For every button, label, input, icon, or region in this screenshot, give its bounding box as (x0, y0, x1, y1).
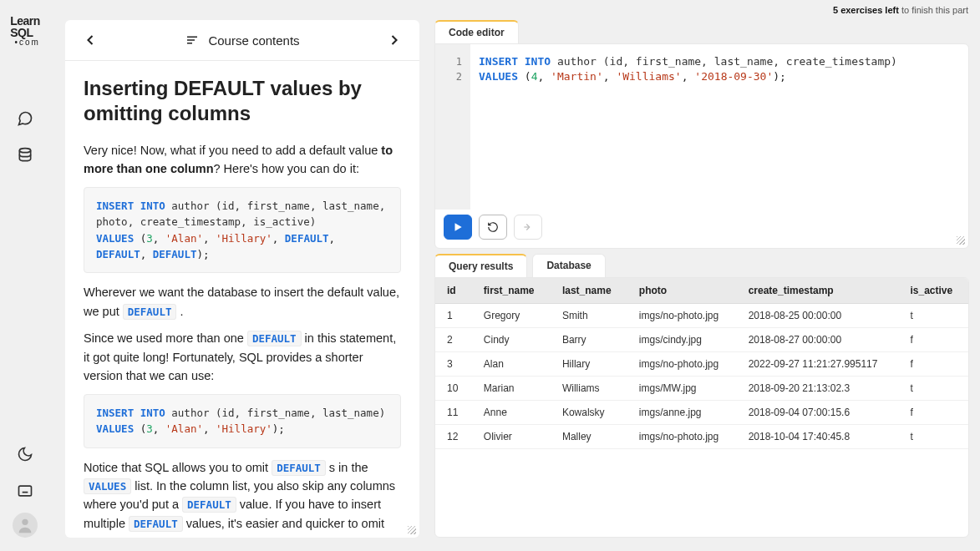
lesson-intro: Very nice! Now, what if you need to add … (84, 141, 401, 179)
editor-resize-handle[interactable] (957, 236, 965, 245)
lesson-p3: Since we used more than one DEFAULT in t… (84, 329, 401, 385)
logo-line1: Learn (10, 15, 40, 27)
table-cell: f (898, 352, 968, 377)
table-cell: Williams (551, 377, 627, 401)
reset-button[interactable] (479, 215, 507, 240)
editor-area[interactable]: 1 2 INSERT INTO author (id, first_name, … (434, 43, 969, 249)
table-cell: 2018-08-27 00:00:00 (737, 328, 899, 352)
table-cell: Kowalsky (551, 401, 627, 425)
table-cell: 2018-09-20 21:13:02.3 (737, 377, 899, 401)
submit-button (514, 215, 542, 240)
table-cell: imgs/anne.jpg (627, 401, 737, 425)
table-row: 12OlivierMalleyimgs/no-photo.jpg2018-10-… (435, 425, 968, 449)
table-cell: imgs/cindy.jpg (627, 328, 737, 352)
table-cell: imgs/no-photo.jpg (627, 425, 737, 449)
next-lesson-icon[interactable] (386, 32, 403, 48)
table-cell: 10 (435, 377, 472, 401)
table-row: 2CindyBarryimgs/cindy.jpg2018-08-27 00:0… (435, 328, 968, 352)
dark-mode-icon[interactable] (10, 439, 40, 469)
results-tabs: Query results Database (434, 254, 969, 277)
editor-code[interactable]: INSERT INTO author (id, first_name, last… (479, 54, 960, 84)
reset-icon (487, 221, 499, 233)
editor-buttons (444, 215, 542, 240)
table-cell: 12 (435, 425, 472, 449)
table-cell: Anne (472, 401, 551, 425)
table-cell: t (898, 425, 968, 449)
editor-panel: Code editor 1 2 INSERT INTO author (id, … (434, 20, 969, 247)
avatar[interactable] (13, 513, 38, 538)
lesson-panel: Course contents Inserting DEFAULT values… (65, 20, 419, 538)
logo-line2: SQL (10, 27, 40, 38)
table-cell: Marian (472, 377, 551, 401)
lesson-body: Inserting DEFAULT values by omitting col… (65, 61, 419, 533)
table-cell: 2 (435, 328, 472, 352)
database-icon[interactable] (10, 140, 40, 170)
th-id: id (435, 278, 472, 304)
inline-values: VALUES (84, 478, 131, 494)
tab-code-editor[interactable]: Code editor (434, 20, 519, 43)
table-cell: imgs/no-photo.jpg (627, 352, 737, 377)
exercises-left-status: 5 exercises left to finish this part (833, 5, 968, 15)
table-cell: Alan (472, 352, 551, 377)
lesson-resize-handle[interactable] (408, 526, 416, 534)
table-cell: t (898, 377, 968, 401)
table-cell: Hillary (551, 352, 627, 377)
svg-point-2 (22, 519, 28, 525)
forward-icon (522, 221, 534, 233)
table-cell: imgs/no-photo.jpg (627, 304, 737, 328)
prev-lesson-icon[interactable] (82, 32, 99, 48)
results-panel: Query results Database id first_name las… (434, 254, 969, 538)
results-area: id first_name last_name photo create_tim… (434, 277, 969, 538)
inline-default-2: DEFAULT (247, 331, 302, 346)
table-cell: Olivier (472, 425, 551, 449)
table-cell: Gregory (472, 304, 551, 328)
example-code-2: INSERT INTO author (id, first_name, last… (84, 394, 401, 448)
logo-sub: •com (10, 38, 40, 47)
lesson-p2: Wherever we want the database to insert … (84, 283, 401, 321)
table-cell: t (898, 304, 968, 328)
table-cell: f (898, 328, 968, 352)
table-cell: 3 (435, 352, 472, 377)
tab-query-results[interactable]: Query results (434, 254, 527, 277)
table-cell: 2022-09-27 11:21:27.995117 (737, 352, 899, 377)
table-row: 1GregorySmithimgs/no-photo.jpg2018-08-25… (435, 304, 968, 328)
table-cell: Smith (551, 304, 627, 328)
logo: Learn SQL •com (10, 15, 40, 47)
table-header-row: id first_name last_name photo create_tim… (435, 278, 968, 304)
th-photo: photo (627, 278, 737, 304)
lesson-title: Inserting DEFAULT values by omitting col… (84, 76, 401, 126)
th-create-timestamp: create_timestamp (737, 278, 899, 304)
table-cell: 1 (435, 304, 472, 328)
table-row: 3AlanHillaryimgs/no-photo.jpg2022-09-27 … (435, 352, 968, 377)
svg-point-0 (19, 149, 30, 153)
table-cell: Malley (551, 425, 627, 449)
tab-database[interactable]: Database (532, 254, 605, 277)
th-first-name: first_name (472, 278, 551, 304)
chat-icon[interactable] (10, 104, 40, 134)
editor-gutter: 1 2 (435, 44, 470, 210)
left-rail: Learn SQL •com (0, 0, 50, 551)
inline-default-5: DEFAULT (129, 516, 183, 532)
example-code-1: INSERT INTO author (id, first_name, last… (84, 187, 401, 274)
run-button[interactable] (444, 215, 472, 240)
th-last-name: last_name (551, 278, 627, 304)
inline-default-3: DEFAULT (272, 460, 326, 476)
table-row: 11AnneKowalskyimgs/anne.jpg2018-09-04 07… (435, 401, 968, 425)
results-table: id first_name last_name photo create_tim… (435, 278, 968, 449)
lesson-nav: Course contents (65, 25, 419, 61)
keyboard-icon[interactable] (10, 476, 40, 506)
th-is-active: is_active (898, 278, 968, 304)
table-cell: f (898, 401, 968, 425)
lesson-p4: Notice that SQL allows you to omit DEFAU… (84, 458, 401, 533)
table-cell: Cindy (472, 328, 551, 352)
svg-rect-1 (19, 486, 32, 496)
table-cell: 2018-09-04 07:00:15.6 (737, 401, 899, 425)
table-cell: 2018-10-04 17:40:45.8 (737, 425, 899, 449)
table-row: 10MarianWilliamsimgs/MW.jpg2018-09-20 21… (435, 377, 968, 401)
table-cell: Barry (551, 328, 627, 352)
table-cell: 11 (435, 401, 472, 425)
list-icon (185, 33, 200, 48)
course-contents-label: Course contents (208, 33, 299, 48)
inline-default-4: DEFAULT (182, 497, 236, 513)
course-contents-button[interactable]: Course contents (99, 33, 386, 48)
